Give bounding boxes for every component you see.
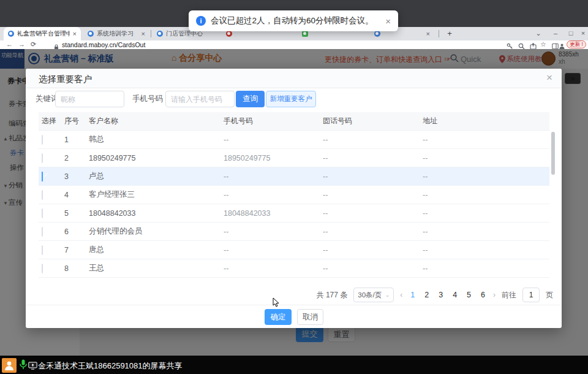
select-customer-dialog: 选择重要客户 × 关键词 手机号码 查询 新增重要客户 选择 序号 客户名称 手… [26, 69, 562, 328]
row-index: 8 [64, 264, 89, 273]
new-tab-button[interactable]: + [445, 29, 454, 39]
customer-table: 选择 序号 客户名称 手机号码 固话号码 地址 1 韩总 -- -- -- 2 … [39, 112, 549, 278]
row-tel: -- [323, 209, 423, 218]
row-customer-name: 分销代理的会员 [89, 226, 224, 237]
row-mobile: -- [224, 227, 323, 236]
tab-divider [151, 30, 151, 37]
participant-icon[interactable] [2, 358, 17, 373]
toast-message: 会议已超过2人，自动转为60分钟限时会议。 [211, 15, 374, 26]
screen-share-icon[interactable] [28, 361, 37, 372]
url-text[interactable]: standard.maboy.cn/CardsOut [62, 41, 145, 48]
forward-icon[interactable]: → [18, 40, 25, 49]
row-checkbox[interactable] [42, 208, 43, 218]
microphone-icon[interactable] [20, 359, 27, 372]
row-checkbox[interactable] [42, 135, 43, 145]
row-address: -- [423, 172, 549, 181]
col-index: 序号 [64, 116, 89, 126]
dialog-close-icon[interactable]: × [543, 72, 556, 84]
back-icon[interactable]: ← [6, 40, 13, 49]
row-address: -- [423, 227, 549, 236]
table-body: 1 韩总 -- -- -- 2 18950249775 18950249775 … [39, 131, 549, 278]
tab-close-icon[interactable]: × [426, 30, 430, 37]
page-1[interactable]: 1 [409, 291, 417, 299]
browser-tab-2[interactable]: 系统培训学习 × [83, 27, 149, 40]
row-tel: -- [323, 246, 423, 254]
page-2[interactable]: 2 [423, 291, 431, 299]
row-index: 5 [64, 209, 89, 218]
row-tel: -- [323, 154, 423, 162]
goto-page-input[interactable] [522, 288, 540, 302]
col-name: 客户名称 [89, 116, 224, 126]
tab-close-icon[interactable]: × [141, 30, 145, 37]
next-page-icon[interactable]: › [493, 291, 496, 299]
page-3[interactable]: 3 [437, 291, 445, 299]
row-customer-name: 唐总 [89, 245, 224, 255]
keyword-input[interactable] [55, 91, 124, 107]
total-count: 共 177 条 [317, 290, 348, 300]
row-customer-name: 18048842033 [89, 209, 224, 218]
row-mobile: -- [224, 246, 323, 254]
screen: 礼盒营销平台管理中心 × 系统培训学习 × 门店管理中心 × + ⌄ – □ × [0, 0, 588, 374]
row-customer-name: 18950249775 [89, 154, 224, 162]
table-row[interactable]: 3 卢总 -- -- -- [39, 167, 549, 186]
page-4[interactable]: 4 [451, 291, 459, 299]
row-index: 6 [64, 227, 89, 236]
dialog-title: 选择重要客户 [39, 74, 92, 85]
row-tel: -- [323, 172, 423, 181]
table-row[interactable]: 4 客户经理张三 -- -- -- [39, 186, 549, 204]
row-mobile: -- [224, 135, 323, 144]
page-5[interactable]: 5 [465, 291, 473, 299]
row-mobile: 18950249775 [224, 154, 323, 162]
row-mobile: -- [224, 172, 323, 181]
row-checkbox[interactable] [42, 153, 43, 163]
bookmark-star-icon[interactable]: ☆ [540, 40, 546, 48]
row-address: -- [423, 246, 549, 254]
row-checkbox[interactable] [42, 245, 43, 255]
window-close-button[interactable]: × [576, 27, 588, 40]
confirm-button[interactable]: 确定 [265, 309, 292, 325]
row-checkbox[interactable] [42, 227, 43, 237]
share-bar-text: 金禾通技术王斌18662591081的屏幕共享 [38, 361, 183, 372]
phone-input[interactable] [165, 91, 235, 107]
table-row[interactable]: 7 唐总 -- -- -- [39, 241, 549, 259]
toast-close-icon[interactable]: × [385, 16, 391, 26]
table-scrollbar[interactable] [551, 132, 555, 175]
dialog-footer: 确定 取消 [26, 305, 562, 328]
cancel-button[interactable]: 取消 [297, 309, 323, 325]
window-minimize-button[interactable]: – [549, 27, 562, 40]
reload-icon[interactable]: ⟳ [31, 40, 36, 49]
tab-label: 礼盒营销平台管理中心 [17, 29, 70, 38]
site-favicon-icon [374, 31, 380, 37]
table-header-row: 选择 序号 客户名称 手机号码 固话号码 地址 [39, 112, 549, 131]
page-6[interactable]: 6 [479, 291, 487, 299]
pagination: 共 177 条 30条/页 ⌄ ‹ 1 2 3 4 5 6 › 前往 页 [26, 288, 553, 302]
row-index: 2 [64, 154, 89, 162]
table-row[interactable]: 2 18950249775 18950249775 -- -- [39, 149, 549, 167]
meeting-toast: i 会议已超过2人，自动转为60分钟限时会议。 × [189, 10, 398, 31]
row-customer-name: 客户经理张三 [89, 189, 224, 200]
tab-close-icon[interactable]: × [73, 30, 77, 37]
row-checkbox[interactable] [42, 190, 43, 200]
row-address: -- [423, 264, 549, 273]
row-checkbox[interactable] [42, 264, 43, 273]
row-mobile: -- [224, 191, 323, 199]
query-button[interactable]: 查询 [236, 91, 265, 107]
add-customer-button[interactable]: 新增重要客户 [266, 91, 316, 107]
tab-search-icon[interactable]: ⌄ [532, 27, 545, 40]
browser-tab-1[interactable]: 礼盒营销平台管理中心 × [4, 27, 81, 40]
table-row[interactable]: 6 分销代理的会员 -- -- -- [39, 223, 549, 241]
prev-page-icon[interactable]: ‹ [400, 291, 402, 299]
table-row[interactable]: 1 韩总 -- -- -- [39, 131, 549, 149]
row-address: -- [423, 191, 549, 199]
table-row[interactable]: 8 王总 -- -- -- [39, 259, 549, 278]
page-size-select[interactable]: 30条/页 ⌄ [353, 288, 394, 302]
row-address: -- [423, 135, 549, 144]
row-index: 4 [64, 191, 89, 199]
row-index: 3 [64, 172, 89, 181]
col-tel: 固话号码 [323, 116, 423, 126]
table-row[interactable]: 5 18048842033 18048842033 -- -- [39, 204, 549, 223]
window-maximize-button[interactable]: □ [564, 27, 578, 40]
site-favicon-icon [226, 31, 232, 37]
row-checkbox[interactable] [42, 172, 43, 181]
chrome-update-button[interactable]: 更新 ! [567, 40, 586, 48]
